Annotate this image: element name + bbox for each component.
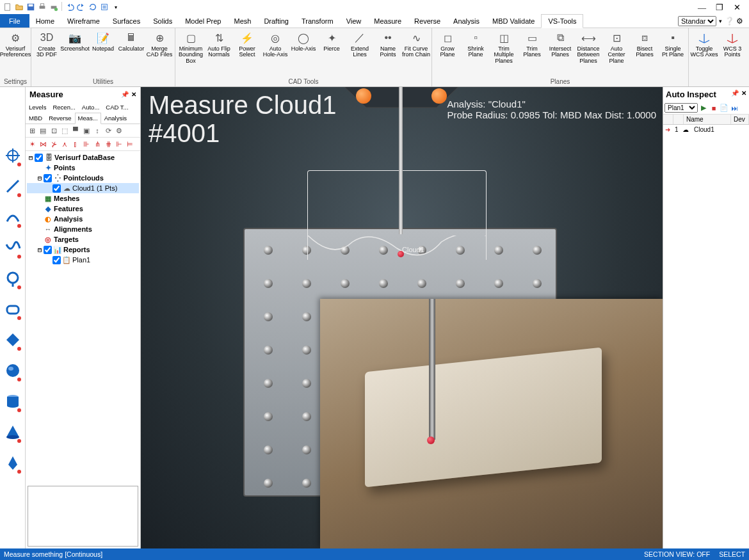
tree-node[interactable]: ◐Analysis	[27, 214, 139, 224]
ribbon-tab-mesh[interactable]: Mesh	[227, 14, 257, 28]
tree-node[interactable]: ↔Alignments	[27, 224, 139, 234]
panel-tab[interactable]: CAD T...	[102, 102, 131, 113]
toolbar-icon[interactable]: ▤	[38, 125, 48, 136]
panel-tab[interactable]: Reverse	[45, 113, 74, 124]
close-button[interactable]: ✕	[734, 3, 743, 12]
ribbon-tab-view[interactable]: View	[340, 14, 368, 28]
toolbar-icon[interactable]: ▣	[81, 125, 92, 136]
toolbar-icon[interactable]: ⊪	[81, 139, 92, 149]
ribbon-tab-vs-tools[interactable]: VS-Tools	[541, 14, 583, 28]
ribbon-button[interactable]: ⧉Intersect Planes	[546, 29, 574, 60]
ribbon-tab-wireframe[interactable]: Wireframe	[61, 14, 106, 28]
minimize-button[interactable]: —	[698, 3, 707, 12]
panel-close-icon[interactable]: ✕	[741, 90, 746, 99]
rect-tool[interactable]	[3, 296, 22, 323]
toolbar-icon[interactable]: ⚙	[114, 125, 124, 136]
toolbar-icon[interactable]: ↕	[92, 125, 102, 136]
cone-tool[interactable]	[3, 419, 22, 445]
tree-node[interactable]: ▦Meshes	[27, 193, 139, 204]
tree-toggle-icon[interactable]: ⊟	[36, 246, 44, 253]
panel-tab[interactable]: Meas...	[75, 113, 101, 124]
ribbon-button[interactable]: ▫Shrink Plane	[462, 29, 490, 60]
tree-checkbox[interactable]	[44, 246, 52, 254]
viewport-3d[interactable]: Measure Cloud1 #4001 Analysis: "Cloud1" …	[141, 87, 663, 548]
ribbon-button[interactable]: ◎Auto Hole-Axis	[261, 29, 289, 60]
tree-toggle-icon[interactable]: ⊟	[27, 154, 35, 161]
redo-icon[interactable]	[76, 2, 86, 12]
ribbon-button[interactable]: ⊡Auto Center Plane	[602, 29, 631, 65]
line-tool[interactable]	[3, 173, 22, 200]
ribbon-tab-surfaces[interactable]: Surfaces	[106, 14, 147, 28]
ribbon-button[interactable]: 📷Screenshot	[61, 29, 89, 53]
cylinder-tool[interactable]	[3, 388, 22, 415]
stop-icon[interactable]: ■	[709, 104, 718, 113]
ribbon-button[interactable]: ⧈Bisect Planes	[631, 29, 659, 60]
column-dev[interactable]: Dev	[731, 115, 749, 124]
toolbar-icon[interactable]: ✶	[27, 139, 37, 149]
toolbar-icon[interactable]: ⟳	[103, 125, 113, 136]
ribbon-button[interactable]: WCS 3 Points	[718, 29, 746, 60]
tree-checkbox[interactable]	[52, 184, 61, 193]
toolbar-icon[interactable]: ⊁	[49, 139, 59, 149]
ribbon-button[interactable]: ◻Grow Plane	[433, 29, 462, 60]
status-select[interactable]: SELECT	[719, 550, 745, 558]
maximize-button[interactable]: ❐	[716, 3, 725, 12]
save-icon[interactable]	[26, 2, 36, 12]
ribbon-button[interactable]: ⚙Verisurf Preferences	[1, 29, 29, 60]
toolbar-icon[interactable]: ▀	[70, 125, 81, 136]
ribbon-button[interactable]: ⚡Power Select	[233, 29, 261, 60]
toolbar-icon[interactable]: ⋈	[38, 139, 48, 149]
ribbon-button[interactable]: ／Extend Lines	[346, 29, 374, 60]
crosshair-tool[interactable]	[3, 142, 22, 169]
ribbon-tab-drafting[interactable]: Drafting	[257, 14, 295, 28]
ribbon-tab-analysis[interactable]: Analysis	[447, 14, 486, 28]
dropdown-icon[interactable]: ▾	[719, 18, 722, 24]
measure-tree[interactable]: ⊟🗄Verisurf DataBase✦Points⊟⁛Pointclouds☁…	[26, 151, 140, 484]
panel-tab[interactable]: Analysis	[101, 113, 130, 124]
ribbon-tab-measure[interactable]: Measure	[367, 14, 408, 28]
toolbar-icon[interactable]: ⊞	[27, 125, 37, 136]
ribbon-button[interactable]: ▪Single Pt Plane	[659, 29, 687, 60]
ribbon-button[interactable]: ▭Trim Planes	[518, 29, 546, 60]
ribbon-button[interactable]: ◯Hole-Axis	[289, 29, 318, 53]
status-section-view[interactable]: SECTION VIEW: OFF	[644, 550, 710, 558]
column-name[interactable]: Name	[684, 115, 731, 124]
style-select[interactable]: Standard	[678, 16, 716, 26]
arc-tool[interactable]	[3, 204, 22, 230]
tree-node[interactable]: ◎Targets	[27, 234, 139, 244]
toolbar-icon[interactable]: ⊡	[49, 125, 59, 136]
ribbon-tab-transform[interactable]: Transform	[295, 14, 340, 28]
diamond-tool[interactable]	[3, 326, 22, 353]
panel-tab[interactable]: Auto...	[79, 102, 102, 113]
ribbon-button[interactable]: ⊕Merge CAD Files	[145, 29, 173, 60]
panel-close-icon[interactable]: ✕	[131, 91, 136, 98]
toolbar-icon[interactable]: ⊩	[114, 139, 124, 149]
refresh-icon[interactable]	[88, 2, 98, 12]
ribbon-button[interactable]: ••Name Points	[374, 29, 402, 60]
ribbon-button[interactable]: ◫Trim Multiple Planes	[490, 29, 518, 65]
ribbon-button[interactable]: WCS 2 Lines	[746, 29, 749, 60]
toolbar-icon[interactable]: ⋔	[92, 139, 102, 149]
ribbon-tab-mbd-validate[interactable]: MBD Validate	[486, 14, 541, 28]
ribbon-button[interactable]: 3DCreate 3D PDF	[33, 29, 61, 60]
dropdown-icon[interactable]: ▾	[111, 2, 121, 12]
ribbon-button[interactable]: 🖩Calculator	[117, 29, 145, 53]
print-setup-icon[interactable]	[49, 2, 59, 12]
wedge-tool[interactable]	[3, 449, 22, 476]
tree-node[interactable]: ⊟📊Reports	[27, 244, 139, 255]
toolbar-icon[interactable]: ⫿	[70, 139, 81, 149]
ribbon-button[interactable]: Toggle WCS Axes	[690, 29, 718, 60]
tree-node[interactable]: ⊟⁛Pointclouds	[27, 173, 139, 183]
ribbon-tab-solids[interactable]: Solids	[147, 14, 179, 28]
tree-checkbox[interactable]	[52, 256, 61, 264]
ribbon-button[interactable]: 📝Notepad	[89, 29, 117, 53]
ribbon-button[interactable]: ∿Fit Curve from Chain	[402, 29, 430, 60]
ribbon-button[interactable]: ⟷Distance Between Planes	[574, 29, 602, 65]
play-icon[interactable]: ▶	[699, 104, 708, 113]
panel-tab[interactable]: Recen...	[49, 102, 78, 113]
ribbon-button[interactable]: ✦Pierce	[318, 29, 346, 53]
undo-icon[interactable]	[65, 2, 75, 12]
report-icon[interactable]: 📄	[720, 104, 729, 113]
list-icon[interactable]	[99, 2, 109, 12]
print-icon[interactable]	[37, 2, 47, 12]
